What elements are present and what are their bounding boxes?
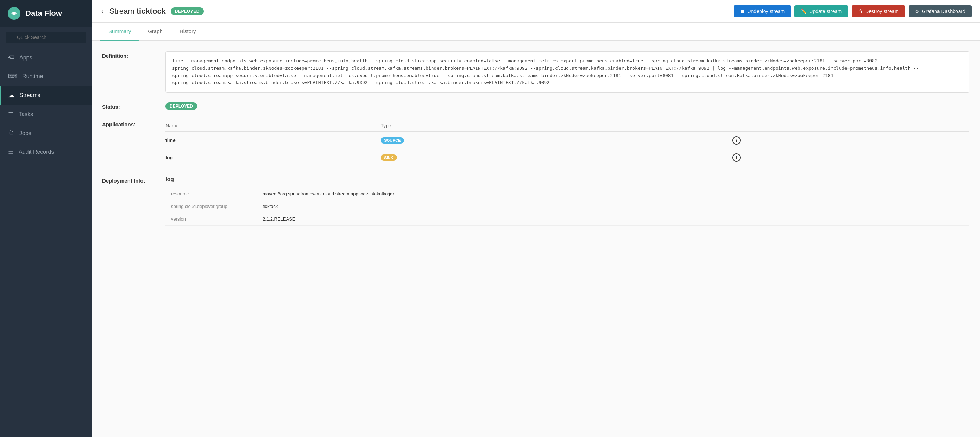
update-stream-button[interactable]: ✏️ Update stream	[794, 5, 848, 17]
applications-label: Applications:	[102, 120, 165, 127]
runtime-icon: ⌨	[8, 73, 17, 80]
sidebar-item-streams[interactable]: ☁ Streams	[0, 86, 92, 105]
app-type: SINK	[380, 149, 725, 167]
applications-content: Name Type time SOURCE i	[165, 120, 969, 167]
header-actions: ⏹ Undeploy stream ✏️ Update stream 🗑 Des…	[733, 5, 972, 17]
sidebar-search-area: 🔍	[0, 27, 92, 48]
app-type: SOURCE	[380, 132, 725, 149]
table-row: log SINK i	[165, 149, 969, 167]
audit-icon: ☰	[8, 148, 14, 156]
summary-content: Definition: time --management.endpoints.…	[92, 41, 980, 437]
col-type-header: Type	[380, 120, 725, 132]
deployment-table: resource maven://org.springframework.clo…	[165, 188, 969, 226]
deploy-value: 2.1.2.RELEASE	[257, 213, 969, 226]
undeploy-stream-button[interactable]: ⏹ Undeploy stream	[733, 5, 791, 17]
page-title: Stream ticktock	[110, 7, 166, 16]
definition-box: time --management.endpoints.web.exposure…	[165, 51, 969, 92]
tab-bar: Summary Graph History	[92, 22, 980, 41]
deployment-content: log resource maven://org.springframework…	[165, 176, 969, 226]
sink-badge: SINK	[380, 154, 397, 161]
deploy-value: maven://org.springframework.cloud.stream…	[257, 188, 969, 200]
applications-section: Applications: Name Type time	[102, 120, 969, 167]
grafana-dashboard-button[interactable]: ⚙ Grafana Dashboard	[908, 5, 972, 17]
app-name: log	[165, 149, 380, 167]
sidebar-item-label: Apps	[19, 54, 32, 61]
info-icon-log[interactable]: i	[732, 153, 741, 162]
deploy-key: spring.cloud.deployer.group	[165, 200, 257, 213]
svg-point-1	[13, 12, 16, 15]
sidebar-item-label: Audit Records	[19, 149, 54, 155]
applications-table: Name Type time SOURCE i	[165, 120, 969, 167]
header-status-badge: DEPLOYED	[171, 7, 204, 15]
tab-graph[interactable]: Graph	[139, 22, 171, 41]
update-icon: ✏️	[801, 8, 807, 14]
col-action-header	[725, 120, 969, 132]
apps-icon: 🏷	[8, 54, 14, 61]
definition-section: Definition: time --management.endpoints.…	[102, 51, 969, 92]
info-icon-time[interactable]: i	[732, 136, 741, 145]
tasks-icon: ☰	[8, 110, 14, 118]
deploy-value: ticktock	[257, 200, 969, 213]
status-section: Status: DEPLOYED	[102, 102, 969, 110]
col-name-header: Name	[165, 120, 380, 132]
destroy-icon: 🗑	[858, 8, 863, 14]
sidebar-item-runtime[interactable]: ⌨ Runtime	[0, 67, 92, 86]
tab-summary[interactable]: Summary	[100, 22, 139, 41]
app-title: Data Flow	[25, 9, 62, 18]
sidebar-item-label: Streams	[19, 92, 40, 99]
definition-content: time --management.endpoints.web.exposure…	[165, 51, 969, 92]
app-info: i	[725, 149, 969, 167]
definition-label: Definition:	[102, 51, 165, 59]
sidebar-logo: Data Flow	[0, 0, 92, 27]
sidebar-item-label: Jobs	[19, 130, 31, 137]
sidebar-item-label: Runtime	[22, 73, 43, 79]
deploy-key: version	[165, 213, 257, 226]
sidebar-item-tasks[interactable]: ☰ Tasks	[0, 105, 92, 124]
jobs-icon: ⏱	[8, 129, 14, 137]
sidebar-item-audit-records[interactable]: ☰ Audit Records	[0, 143, 92, 162]
status-badge: DEPLOYED	[165, 102, 197, 110]
back-button[interactable]: ‹	[100, 6, 105, 16]
destroy-stream-button[interactable]: 🗑 Destroy stream	[851, 5, 905, 17]
deployment-app-title: log	[165, 176, 969, 183]
app-info: i	[725, 132, 969, 149]
dataflow-logo-icon	[7, 6, 21, 21]
main-content: ‹ Stream ticktock DEPLOYED ⏹ Undeploy st…	[92, 0, 980, 437]
table-row: version 2.1.2.RELEASE	[165, 213, 969, 226]
page-header: ‹ Stream ticktock DEPLOYED ⏹ Undeploy st…	[92, 0, 980, 22]
app-name: time	[165, 132, 380, 149]
sidebar-item-label: Tasks	[19, 111, 33, 118]
deploy-key: resource	[165, 188, 257, 200]
sidebar: Data Flow 🔍 🏷 Apps ⌨ Runtime ☁ Streams ☰…	[0, 0, 92, 437]
source-badge: SOURCE	[380, 137, 404, 143]
deployment-section: Deployment Info: log resource maven://or…	[102, 176, 969, 226]
table-row: spring.cloud.deployer.group ticktock	[165, 200, 969, 213]
sidebar-item-apps[interactable]: 🏷 Apps	[0, 48, 92, 67]
deployment-label: Deployment Info:	[102, 176, 165, 184]
sidebar-item-jobs[interactable]: ⏱ Jobs	[0, 124, 92, 143]
status-label: Status:	[102, 102, 165, 110]
table-row: time SOURCE i	[165, 132, 969, 149]
status-content: DEPLOYED	[165, 102, 969, 110]
grafana-icon: ⚙	[915, 8, 920, 14]
search-input[interactable]	[6, 32, 86, 43]
undeploy-icon: ⏹	[740, 8, 745, 14]
table-row: resource maven://org.springframework.clo…	[165, 188, 969, 200]
streams-icon: ☁	[8, 92, 14, 99]
tab-history[interactable]: History	[171, 22, 205, 41]
